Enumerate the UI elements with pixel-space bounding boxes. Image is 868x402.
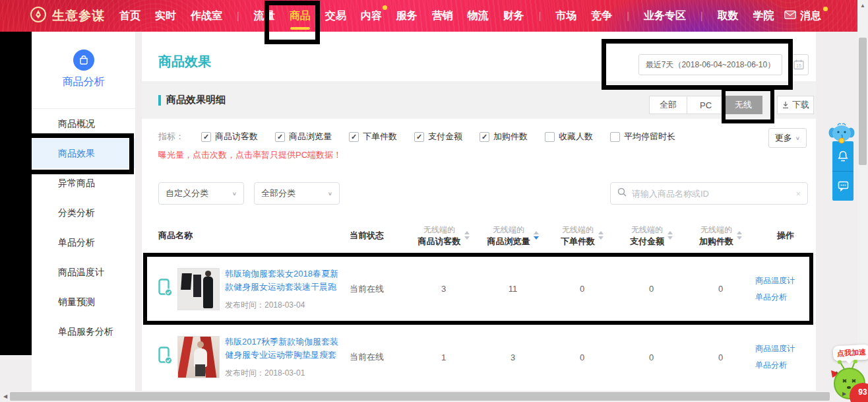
custom-category-select[interactable]: 自定义分类∨ (158, 182, 244, 205)
scroll-left-arrow[interactable]: ◀ (1, 391, 10, 402)
product-image[interactable] (177, 336, 220, 378)
horizontal-scrollbar[interactable]: ◀ (0, 391, 857, 402)
all-category-select[interactable]: 全部分类∨ (254, 182, 340, 205)
nav-item-realtime[interactable]: 实时 (155, 0, 176, 32)
envelope-icon (784, 10, 796, 22)
elephant-mascot[interactable] (828, 123, 855, 147)
checkbox-order-items[interactable]: ✓下单件数 (349, 131, 397, 143)
sort-carets[interactable] (464, 231, 470, 240)
checkbox-mark: ✓ (416, 133, 422, 141)
product-title-link[interactable]: 韩版2017秋季新款瑜伽服套装健身服专业运动带胸垫显瘦套装健 (225, 335, 340, 362)
metric-label: 支付金额 (630, 236, 664, 247)
col-wireless-views[interactable]: 无线端的商品浏览量 (478, 224, 547, 247)
sort-carets[interactable] (737, 231, 742, 240)
metric-label: 商品访客数 (418, 236, 461, 247)
checkbox-cart-items[interactable]: ✓加购件数 (480, 131, 528, 143)
sort-carets-active-desc[interactable] (534, 231, 539, 240)
sidebar-item-product-overview[interactable]: 商品概况 (32, 109, 135, 139)
checkbox-box: ✓ (201, 132, 211, 142)
status-value: 当前在线 (346, 283, 409, 295)
feedback-chat-button[interactable] (832, 171, 853, 201)
checkbox-label: 商品浏览量 (289, 131, 332, 143)
wireless-orders-value: 0 (547, 352, 617, 362)
nav-item-content[interactable]: 内容 (361, 0, 382, 32)
sidebar-item-single-item-service[interactable]: 单品服务分析 (32, 317, 135, 347)
product-title-link[interactable]: 韩版瑜伽服套装女2018春夏新款健身服女运动套装速干晨跑服四 (225, 267, 340, 294)
single-item-analysis-link[interactable]: 单品分析 (755, 360, 816, 371)
collapse-arrow-icon[interactable]: ▶ (842, 391, 846, 397)
vertical-scrollbar-thumb[interactable] (859, 38, 867, 165)
indicator-row-label: 指标： (158, 131, 184, 143)
nav-item-warroom[interactable]: 作战室 (191, 0, 222, 32)
nav-item-data-fetch[interactable]: 取数 (718, 0, 739, 32)
sidebar-item-abnormal-products[interactable]: 异常商品 (32, 168, 135, 198)
clear-search-icon[interactable]: × (795, 189, 801, 199)
col-wireless-payment[interactable]: 无线端的支付金额 (617, 224, 686, 247)
nav-item-competition[interactable]: 竞争 (591, 0, 612, 32)
metric-label: 商品浏览量 (487, 236, 530, 247)
accelerate-badge[interactable]: 点我加速 (832, 345, 868, 362)
product-thermometer-link[interactable]: 商品温度计 (755, 275, 816, 286)
nav-item-logistics[interactable]: 物流 (468, 0, 489, 32)
device-tab-group: 全部 PC 无线 (650, 96, 762, 114)
nav-item-finance[interactable]: 财务 (503, 0, 524, 32)
sort-carets[interactable] (667, 231, 673, 240)
sidebar-item-sales-forecast[interactable]: 销量预测 (32, 287, 135, 317)
all-category-value: 全部分类 (261, 187, 295, 199)
nav-item-home[interactable]: 首页 (119, 0, 140, 32)
download-button[interactable]: 下载 (777, 96, 814, 114)
nav-item-trade[interactable]: 交易 (325, 0, 346, 32)
nav-item-business-zone[interactable]: 业务专区 (644, 0, 686, 32)
checkbox-avg-stay-time[interactable]: 平均停留时长 (610, 131, 675, 143)
col-wireless-cart[interactable]: 无线端的加购件数 (686, 224, 755, 247)
checkbox-product-visitors[interactable]: ✓商品访客数 (201, 131, 258, 143)
date-range-selector[interactable]: 最近7天（2018-06-04~2018-06-10） (638, 54, 782, 75)
checkbox-label: 收藏人数 (559, 131, 593, 143)
checkbox-product-views[interactable]: ✓商品浏览量 (275, 131, 332, 143)
download-icon (782, 101, 790, 109)
calendar-button[interactable]: 15 (789, 54, 809, 75)
product-image[interactable] (177, 268, 220, 310)
nav-item-service[interactable]: 服务 (396, 0, 418, 32)
nav-item-academy[interactable]: 学院 (753, 0, 774, 32)
device-tab-all[interactable]: 全部 (649, 96, 687, 114)
vertical-scrollbar[interactable]: ▲ (857, 0, 868, 402)
section-accent-bar (158, 95, 161, 106)
checkbox-payment-amount[interactable]: ✓支付金额 (414, 131, 462, 143)
product-thermometer-link[interactable]: 商品温度计 (755, 343, 816, 354)
nav-item-marketing[interactable]: 营销 (432, 0, 453, 32)
brand-logo[interactable]: 生意参谋 (30, 6, 105, 26)
horizontal-scrollbar-thumb[interactable] (10, 392, 830, 401)
device-tab-pc[interactable]: PC (687, 96, 725, 114)
custom-category-value: 自定义分类 (166, 187, 208, 199)
checkbox-label: 商品访客数 (215, 131, 258, 143)
sidebar-item-category-analysis[interactable]: 分类分析 (32, 198, 135, 228)
col-wireless-visitors[interactable]: 无线端的商品访客数 (409, 224, 478, 247)
sidebar-item-single-item-analysis[interactable]: 单品分析 (32, 228, 135, 257)
metric-prefix: 无线端的 (631, 224, 663, 236)
main-panel: 商品效果 最近7天（2018-06-04~2018-06-10） 15 商品效果… (142, 32, 816, 391)
metric-prefix: 无线端的 (423, 224, 455, 236)
pc-data-note: 曝光量，点击次数，点击率暂只提供PC端数据！ (158, 149, 342, 161)
nav-message[interactable]: 消息 (784, 9, 821, 23)
section-title-label: 商品效果明细 (166, 94, 226, 106)
checkbox-box: ✓ (480, 132, 489, 142)
product-table: 商品名称 当前状态 无线端的商品访客数 无线端的商品浏览量 无线端的下单件数 无… (158, 217, 816, 391)
more-button[interactable]: 更多∨ (768, 128, 807, 148)
scroll-up-arrow[interactable]: ▲ (857, 1, 868, 11)
annotation-left-band (0, 32, 32, 355)
checkbox-favorite-users[interactable]: 收藏人数 (545, 131, 593, 143)
product-cell: 韩版瑜伽服套装女2018春夏新款健身服女运动套装速干晨跑服四 发布时间：2018… (158, 267, 346, 311)
checkbox-label: 下单件数 (363, 131, 397, 143)
sort-carets[interactable] (598, 231, 604, 240)
nav-item-product[interactable]: 商品 (290, 0, 311, 32)
nav-item-traffic[interactable]: 流量 (254, 0, 275, 32)
col-wireless-orders[interactable]: 无线端的下单件数 (547, 224, 617, 247)
search-input[interactable] (632, 189, 790, 199)
device-tab-wireless[interactable]: 无线 (724, 96, 762, 114)
nav-item-market[interactable]: 市场 (555, 0, 576, 32)
product-analysis-icon (73, 50, 94, 71)
single-item-analysis-link[interactable]: 单品分析 (755, 292, 816, 303)
sidebar-item-product-thermometer[interactable]: 商品温度计 (32, 257, 135, 287)
sidebar-item-product-effect[interactable]: 商品效果 (32, 139, 135, 168)
